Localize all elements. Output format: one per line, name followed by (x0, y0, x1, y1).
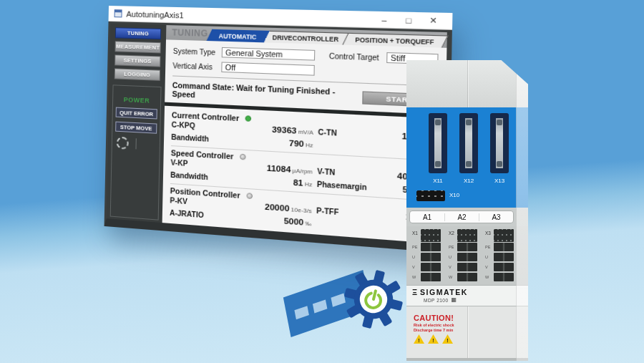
status-led-green (245, 115, 252, 122)
sidebar-item-settings[interactable]: SETTINGS (114, 54, 160, 67)
connector-x10 (416, 190, 445, 201)
spin-indicator (115, 137, 157, 151)
vertical-axis-label: Vertical Axis (172, 62, 221, 72)
power-button[interactable]: POWER (124, 96, 150, 105)
sidebar: TUNING MEASUREMENT SETTINGS LOGGING POWE… (107, 24, 167, 223)
terminal-slot (494, 263, 514, 271)
connector-pins (434, 118, 441, 168)
connector-label-x13: X13 (490, 178, 509, 184)
connector-x11 (429, 113, 447, 173)
sigmatek-mdp2100-device: X11 X12 X13 X10 A1 A2 A3 X1 PE U V W X2 (406, 60, 528, 361)
channel-label-a1: A1 (410, 213, 444, 221)
terminal-id: X2 (449, 229, 457, 236)
terminal-column-x2: X2 PE U V W (449, 229, 479, 285)
terminal-slot (421, 263, 441, 271)
system-type-label: System Type (173, 47, 222, 56)
board-slot-icon (313, 299, 327, 313)
housing-seam (467, 60, 468, 107)
caution-label: CAUTION! Risk of electric shock Discharg… (414, 314, 474, 344)
gear-power-logo (283, 268, 405, 341)
sidebar-item-tuning[interactable]: TUNING (115, 27, 161, 39)
device-blue-panel: X11 X12 X13 X10 (406, 107, 528, 208)
connector-x12 (459, 113, 478, 173)
caution-title: CAUTION! (414, 314, 474, 322)
board-slot-icon (294, 306, 308, 319)
axis-control-panel: POWER QUIT ERROR STOP MOVE (110, 84, 162, 220)
app-icon (114, 9, 122, 17)
terminal-slot (421, 273, 441, 281)
terminal-slot (457, 253, 477, 261)
connector-pins (496, 118, 503, 168)
divider (135, 138, 136, 149)
caution-line1: Risk of electric shock (414, 323, 474, 327)
control-target-label: Control Target (329, 52, 387, 62)
channel-strip: A1 A2 A3 (406, 208, 528, 226)
connector-x13 (490, 113, 509, 173)
window-title: AutotuningAxis1 (126, 9, 372, 24)
terminal-id: X3 (485, 229, 494, 236)
caution-line2: Discharge time 7 min (414, 328, 474, 332)
stop-move-button[interactable]: STOP MOVE (115, 122, 157, 134)
terminal-slot (421, 243, 441, 251)
terminal-id: X1 (412, 229, 421, 236)
tab-position-torqueff[interactable]: POSITION + TORQUEFF (342, 33, 448, 48)
terminal-section: X1 PE U V W X2 PE U V W X3 PE U V (406, 226, 528, 285)
connector-label-x10: X10 (449, 192, 459, 198)
rotation-circle-icon (117, 137, 129, 150)
command-state-text: Command State: Wait for Tuning Finished … (172, 81, 362, 107)
brand-section: Ξ SIGMATEK MDP 2100 ▦ (406, 285, 528, 306)
minimize-button[interactable]: – (372, 15, 396, 25)
warning-triangle-icon: ! (428, 334, 439, 344)
warning-triangle-icon: ! (414, 334, 424, 344)
sidebar-item-measurement[interactable]: MEASUREMENT (115, 41, 161, 53)
gear-icon (342, 268, 405, 331)
terminal-slot (457, 263, 477, 271)
system-type-input[interactable]: General System (222, 47, 316, 61)
terminal-slot (421, 253, 441, 261)
terminal-column-x3: X3 PE U V W (485, 229, 515, 285)
connector-label-x12: X12 (459, 178, 478, 184)
quit-error-button[interactable]: QUIT ERROR (116, 107, 157, 120)
pin-block (421, 229, 441, 242)
terminal-slot (457, 273, 477, 281)
connector-label-x11: X11 (429, 178, 447, 184)
device-side-face (516, 60, 528, 361)
warning-triangle-icon: ! (442, 334, 453, 344)
channel-label-a3: A3 (479, 213, 513, 221)
status-led-gray (246, 193, 253, 199)
device-bottom-housing: CAUTION! Risk of electric shock Discharg… (406, 306, 528, 358)
terminal-slot (494, 253, 514, 261)
terminal-column-x1: X1 PE U V W (412, 229, 442, 285)
sigmatek-logo-icon: Ξ (412, 289, 417, 296)
vertical-axis-input[interactable]: Off (221, 62, 315, 75)
autotuning-window: AutotuningAxis1 – □ ✕ TUNING MEASUREMENT… (104, 6, 453, 253)
terminal-slot (494, 273, 514, 281)
qr-code-icon: ▦ (452, 297, 457, 303)
device-base-edge (406, 358, 528, 361)
device-top-housing (406, 60, 528, 107)
connector-pins (465, 118, 472, 168)
close-button[interactable]: ✕ (421, 15, 446, 26)
pin-block (457, 229, 477, 242)
main-content: TUNING AUTOMATIC DRIVECONTROLLER POSITIO… (162, 25, 447, 244)
tab-automatic[interactable]: AUTOMATIC (207, 29, 270, 43)
tab-drivecontroller[interactable]: DRIVECONTROLLER (260, 31, 352, 45)
sidebar-item-logging[interactable]: LOGGING (114, 68, 160, 81)
maximize-button[interactable]: □ (396, 15, 421, 25)
controller-parameters: Current Controller C-KPQ 39363mV/A C-TN … (162, 106, 446, 244)
brand-name: SIGMATEK (420, 288, 468, 296)
section-title: TUNING (172, 27, 208, 39)
channel-label-a2: A2 (444, 213, 479, 221)
status-led-gray (240, 153, 246, 160)
model-number: MDP 2100 (424, 298, 449, 303)
terminal-slot (494, 243, 514, 251)
pin-block (494, 229, 514, 242)
terminal-slot (457, 243, 477, 251)
